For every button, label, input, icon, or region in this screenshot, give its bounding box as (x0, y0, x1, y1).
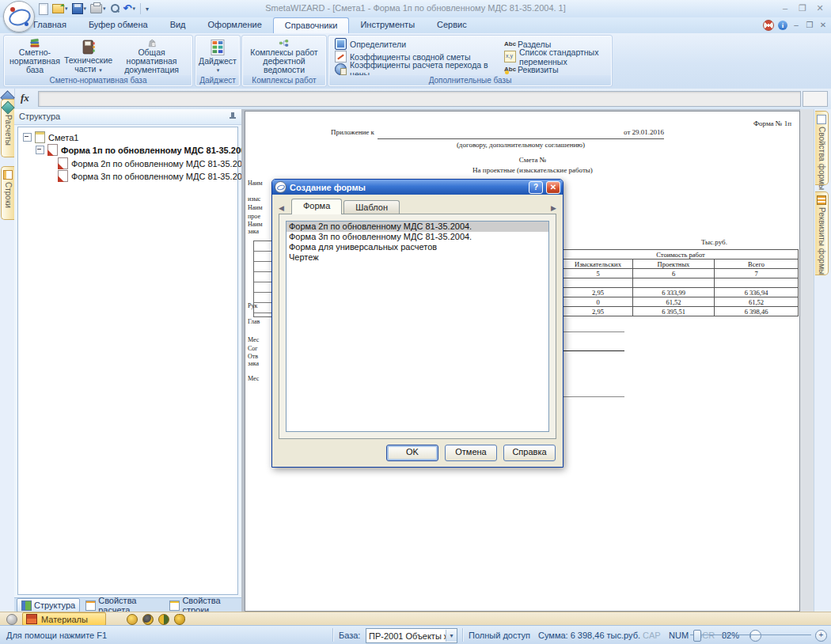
materials-tool-icon-4[interactable] (174, 614, 185, 625)
tab-instrumenty[interactable]: Инструменты (349, 17, 426, 33)
status-separator (332, 628, 333, 642)
tech-parts-button[interactable]: Технические части ▾ (64, 37, 112, 74)
rekvizity-button[interactable]: Abc Реквизиты (504, 64, 609, 74)
tab-vid[interactable]: Вид (159, 17, 197, 33)
doc-fragment: Мес (248, 375, 259, 382)
tree-item-form2[interactable]: Форма 2п по обновленному МДС 81-35.2004.… (58, 157, 261, 169)
col-vsego: Всего (715, 259, 799, 269)
dialog-title-bar[interactable]: Создание формы ? ✕ (272, 180, 563, 195)
tab-svoystva-stroki[interactable]: Свойства строки (165, 599, 244, 612)
cancel-button[interactable]: Отмена (445, 445, 497, 461)
dialog-help-button[interactable]: ? (529, 181, 543, 194)
digest-button[interactable]: Дайджест ▾ (199, 37, 237, 74)
opredeliteli-icon (335, 38, 347, 50)
form-icon (47, 144, 58, 156)
signature-line (563, 396, 624, 397)
info-icon[interactable]: i (778, 21, 787, 30)
materials-tool-icon-2[interactable] (142, 614, 154, 625)
common-docs-button[interactable]: Общая нормативная документация (112, 37, 191, 74)
spisok-peremennykh-button[interactable]: Список стандартных переменных (504, 51, 609, 62)
side-tab-stroki[interactable]: Строки (1, 166, 14, 220)
tree-item-form3[interactable]: Форма 3п по обновленному МДС 81-35.2004.… (58, 170, 261, 182)
dialog-close-button[interactable]: ✕ (546, 181, 560, 194)
cell-value: 6 395,51 (633, 307, 715, 316)
create-form-dialog: Создание формы ? ✕ ◀ ▶ Форма Шаблон Форм… (271, 179, 563, 468)
app-logo-icon[interactable] (3, 1, 35, 32)
ribbon: Сметно-нормативная база Технические част… (0, 33, 831, 89)
snb-base-button[interactable]: Сметно-нормативная база (6, 37, 64, 74)
help-button[interactable]: Справка (503, 445, 556, 461)
group-label-digest: Дайджест (196, 75, 239, 85)
tab-scroll-left-icon[interactable]: ◀ (279, 204, 284, 212)
base-select-dropdown-icon[interactable]: ▾ (446, 630, 457, 642)
side-tab-svoystva-formy[interactable]: Свойства формы (815, 111, 829, 185)
formula-side-box[interactable] (803, 91, 828, 107)
group-digest: Дайджест ▾ Дайджест (195, 35, 241, 87)
minimize-button[interactable]: – (779, 2, 791, 13)
tab-struktura[interactable]: Структура (17, 598, 80, 612)
doc-restore-button[interactable]: ❐ (805, 21, 814, 30)
doc-fragment: зака (248, 360, 259, 367)
close-button[interactable]: ✕ (814, 2, 826, 13)
materials-button[interactable]: Материалы (22, 612, 106, 626)
digest-icon (207, 38, 229, 57)
group-label-snb: Сметно-нормативная база (5, 75, 192, 85)
raschety-icon (2, 101, 15, 115)
rekvizity-abc-icon: Abc (504, 64, 514, 74)
stroki-icon (3, 170, 13, 180)
list-item-form2p[interactable]: Форма 2п по обновленному МДС 81-35.2004. (286, 222, 548, 232)
window-title: SmetaWIZARD - [Смета1 - Форма 1п по обно… (0, 3, 831, 13)
complexes-button[interactable]: Комплексы работ дефектной ведомости (244, 37, 324, 74)
side-tab-raschety[interactable]: Расчеты (1, 99, 14, 157)
zoom-in-button[interactable]: + (815, 630, 827, 642)
list-item-chertezh[interactable]: Чертеж (286, 252, 548, 263)
dialog-tab-forma[interactable]: Форма (291, 199, 342, 214)
list-item-universal[interactable]: Форма для универсальных расчетов (286, 242, 548, 252)
side-tab-rekvizity-formy[interactable]: Реквизиты формы (815, 191, 829, 275)
tab-oformlenie[interactable]: Оформление (197, 17, 273, 33)
koef-perekhoda-button[interactable]: Коэффициенты расчета перехода в цены (335, 64, 503, 74)
cell-value: 0 (563, 297, 633, 307)
doc-smeta-number: Смета № (453, 156, 612, 164)
doc-fragment: зака (248, 228, 259, 235)
list-item-form3p[interactable]: Форма 3п по обновленному МДС 81-35.2004. (286, 232, 548, 242)
restore-button[interactable]: ❐ (796, 2, 809, 13)
materials-tool-icon-1[interactable] (127, 614, 138, 625)
koef-perekhoda-icon (335, 63, 347, 75)
help-lifebuoy-icon[interactable] (763, 20, 774, 31)
tree-item-form1[interactable]: Форма 1п по обновленному МДС 81-35.2004.… (36, 144, 260, 156)
formula-input[interactable] (38, 91, 801, 107)
collapse-icon[interactable] (23, 133, 32, 142)
tab-scroll-right-icon[interactable]: ▶ (551, 204, 556, 212)
tab-spravochniki[interactable]: Справочники (273, 17, 350, 34)
doc-fragment: прое (248, 213, 260, 220)
materials-tool-icon-3[interactable] (158, 614, 169, 625)
pin-icon[interactable] (229, 112, 237, 121)
num-indicator: NUM (669, 631, 689, 640)
tab-svoystva-rascheta[interactable]: Свойства расчета (82, 599, 164, 612)
zoom-out-button[interactable]: − (749, 630, 761, 642)
opredeliteli-button[interactable]: Определители (335, 39, 503, 49)
cell-value: 6 333,99 (633, 288, 715, 297)
base-select[interactable]: ПР-2001 Объекты жэ ▾ (366, 628, 457, 643)
status-help-text: Для помощи нажмите F1 (6, 631, 107, 640)
notebook-icon (78, 38, 100, 56)
svoystva-stroki-icon (169, 600, 180, 611)
sphere-icon[interactable] (6, 614, 17, 625)
zoom-slider-thumb[interactable] (693, 630, 701, 642)
ok-button[interactable]: OK (386, 445, 438, 461)
page-margin-strip (800, 109, 814, 612)
dialog-tab-shablon[interactable]: Шаблон (343, 200, 400, 214)
spisok-peremennykh-icon (504, 51, 516, 63)
right-tab-strip: Свойства формы Реквизиты формы (814, 109, 831, 612)
ribbon-tab-row: Главная Буфер обмена Вид Оформление Спра… (0, 17, 831, 33)
doc-minimize-button[interactable]: – (791, 21, 801, 30)
tab-bufer-obmena[interactable]: Буфер обмена (78, 17, 159, 33)
tab-servis[interactable]: Сервис (426, 17, 478, 33)
collapse-icon[interactable] (36, 146, 44, 154)
doc-close-button[interactable]: ✕ (818, 21, 828, 30)
cell-value: 2,95 (563, 307, 633, 316)
doc-form-number: Форма № 1п (753, 119, 791, 127)
tree-item-smeta[interactable]: Смета1 (23, 131, 78, 143)
dialog-buttons: OK Отмена Справка (386, 445, 556, 461)
